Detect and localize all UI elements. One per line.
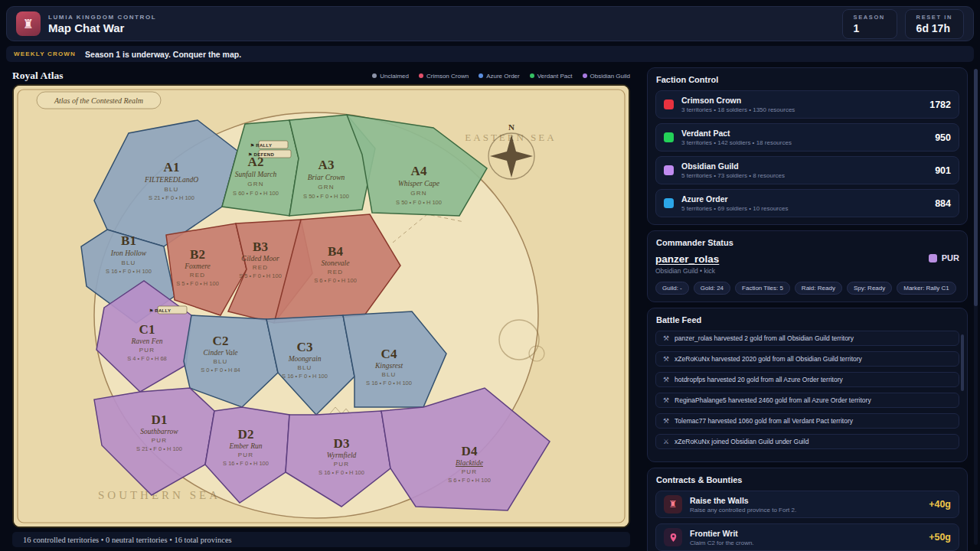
svg-text:B3: B3 [253, 240, 268, 254]
svg-text:Gilded Moor: Gilded Moor [241, 255, 279, 262]
feed-entry: ⚒ xZeRoKuNx harvested 2020 gold from all… [655, 351, 959, 367]
harvest-icon: ⚒ [663, 376, 669, 383]
faction-row-crimson[interactable]: Crimson Crown3 territories • 18 soldiers… [655, 90, 959, 119]
reset-stat: RESET IN 6d 17h [905, 9, 964, 39]
battle-feed-title: Battle Feed [656, 315, 959, 324]
contract-raise-the-walls[interactable]: ♜ Raise the WallsRaise any controlled pr… [655, 491, 959, 518]
legend-item-obsidian: Obsidian Guild [583, 73, 630, 80]
legend-item-crimson: Crimson Crown [419, 73, 469, 80]
contracts-panel: Contracts & Bounties ♜ Raise the WallsRa… [647, 468, 968, 551]
feed-text: ReginaPhalange5 harvested 2460 gold from… [675, 396, 871, 404]
legend-dot [419, 73, 423, 78]
svg-text:BLU: BLU [213, 358, 227, 365]
season-label: SEASON [854, 14, 886, 21]
svg-text:A3: A3 [318, 158, 335, 172]
faction-swatch [664, 99, 674, 109]
faction-score: 884 [935, 198, 951, 209]
swords-icon: ⚔ [663, 438, 669, 445]
faction-row-azure[interactable]: Azure Order5 territories • 69 soldiers •… [655, 189, 959, 217]
contracts-title: Contracts & Bounties [656, 475, 959, 484]
harvest-icon: ⚒ [663, 355, 669, 363]
svg-text:Whisper Cape: Whisper Cape [398, 180, 439, 187]
svg-text:S 16 • F 0 • H 100: S 16 • F 0 • H 100 [282, 373, 328, 380]
commander-name[interactable]: panzer_rolas [655, 253, 719, 265]
svg-text:S 50 • F 0 • H 100: S 50 • F 0 • H 100 [303, 193, 349, 200]
svg-text:S 50 • F 0 • H 100: S 50 • F 0 • H 100 [396, 199, 442, 206]
faction-score: 1782 [929, 99, 951, 110]
faction-row-obsidian[interactable]: Obsidian Guild5 territories • 73 soldier… [655, 156, 959, 184]
legend-dot [530, 73, 534, 78]
faction-detail: 3 territories • 142 soldiers • 18 resour… [681, 139, 792, 146]
contract-reward: +40g [929, 499, 951, 510]
faction-detail: 3 territories • 18 soldiers • 1350 resou… [681, 106, 795, 113]
svg-text:D4: D4 [462, 444, 478, 458]
svg-text:BLU: BLU [121, 259, 136, 266]
svg-text:Wyrmfield: Wyrmfield [327, 452, 357, 459]
legend-item-verdant: Verdant Pact [530, 73, 573, 80]
faction-swatch [664, 132, 674, 142]
svg-text:Ember Run: Ember Run [228, 442, 262, 450]
svg-text:Stonevale: Stonevale [322, 259, 350, 267]
svg-text:B4: B4 [328, 244, 343, 259]
legend-dot [583, 73, 587, 78]
svg-text:Sunfall March: Sunfall March [235, 171, 277, 178]
faction-control-title: Faction Control [656, 75, 959, 84]
reset-label: RESET IN [916, 14, 952, 21]
map-header: Royal Atlas Unclaimed Crimson Crown Azur… [12, 69, 630, 83]
chip-guild: Guild: - [655, 282, 689, 295]
svg-text:Moongrain: Moongrain [288, 355, 322, 363]
svg-text:C4: C4 [381, 347, 397, 361]
chip-spy: Spy: Ready [847, 282, 892, 295]
legend-item-unclaimed: Unclaimed [372, 73, 409, 80]
feed-text: xZeRoKuNx joined Obsidian Guild under Gu… [675, 438, 808, 445]
contract-frontier-writ[interactable]: Frontier WritClaim C2 for the crown. +50… [655, 523, 959, 551]
contract-reward: +50g [929, 532, 951, 543]
chip-gold: Gold: 24 [694, 282, 730, 295]
map-title: Royal Atlas [12, 70, 63, 82]
page-scrollbar[interactable] [974, 69, 978, 545]
svg-text:PUR: PUR [334, 461, 350, 468]
svg-text:S 21 • F 0 • H 100: S 21 • F 0 • H 100 [136, 445, 182, 452]
feed-entry: ⚒ panzer_rolas harvested 2 gold from all… [655, 331, 959, 346]
season-stat: SEASON 1 [842, 9, 897, 39]
svg-text:A1: A1 [164, 160, 180, 174]
feed-entry: ⚒ Tolemac77 harvested 1060 gold from all… [655, 413, 959, 429]
svg-text:B1: B1 [121, 233, 136, 248]
svg-text:Iron Hollow: Iron Hollow [110, 249, 147, 257]
svg-text:Blacktide: Blacktide [456, 459, 483, 467]
reset-value: 6d 17h [916, 22, 952, 34]
faction-swatch [664, 165, 674, 175]
feed-entry: ⚔ xZeRoKuNx joined Obsidian Guild under … [655, 434, 959, 449]
scrollbar-thumb[interactable] [974, 69, 978, 306]
royal-atlas-map[interactable]: EASTERN SEA SOUTHERN SEA N A1 FILTEREDLa… [12, 84, 630, 528]
svg-text:BLU: BLU [381, 371, 396, 378]
svg-text:GRN: GRN [247, 181, 263, 187]
svg-text:GRN: GRN [410, 190, 426, 197]
svg-text:S 6 • F 0 • H 100: S 6 • F 0 • H 100 [448, 477, 491, 484]
commander-faction-tag: PUR [929, 253, 959, 262]
faction-name: Obsidian Guild [681, 161, 785, 171]
svg-text:C3: C3 [297, 340, 313, 354]
season-banner: WEEKLY CROWN Season 1 is underway. Conqu… [6, 46, 974, 62]
svg-text:Atlas of the Contested Realm: Atlas of the Contested Realm [54, 96, 143, 105]
svg-text:RED: RED [328, 269, 344, 276]
faction-swatch [664, 198, 674, 208]
svg-text:⚑ RALLY: ⚑ RALLY [149, 308, 172, 313]
castle-app-icon: ♜ [16, 11, 41, 36]
harvest-icon: ⚒ [663, 334, 669, 342]
svg-text:S 5 • F 0 • H 100: S 5 • F 0 • H 100 [239, 272, 282, 279]
svg-text:S 16 • F 0 • H 100: S 16 • F 0 • H 100 [318, 469, 364, 476]
map-status-bar: 16 controlled territories • 0 neutral te… [12, 532, 630, 547]
battle-feed-scrollbar[interactable] [961, 334, 964, 391]
svg-text:PUR: PUR [139, 347, 155, 354]
commander-status-panel: Commander Status panzer_rolas Obsidian G… [647, 230, 968, 302]
faction-score: 901 [935, 165, 951, 176]
commander-chips: Guild: - Gold: 24 Faction Tiles: 5 Raid:… [655, 282, 959, 295]
header-stats: SEASON 1 RESET IN 6d 17h [842, 9, 964, 39]
feed-entry: ⚒ ReginaPhalange5 harvested 2460 gold fr… [655, 393, 959, 408]
feed-text: panzer_rolas harvested 2 gold from all O… [675, 334, 854, 342]
faction-row-verdant[interactable]: Verdant Pact3 territories • 142 soldiers… [655, 123, 959, 152]
faction-swatch [929, 254, 937, 262]
battle-feed-panel: Battle Feed ⚒ panzer_rolas harvested 2 g… [647, 308, 968, 462]
chip-faction-tiles: Faction Tiles: 5 [735, 282, 790, 295]
